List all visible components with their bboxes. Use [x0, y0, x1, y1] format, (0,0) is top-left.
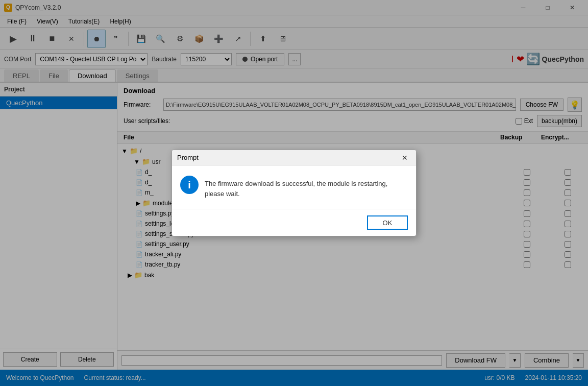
- modal-titlebar: Prompt ✕: [172, 150, 416, 165]
- modal-overlay: Prompt ✕ i The firmware download is succ…: [0, 0, 588, 386]
- modal-footer: OK: [172, 209, 416, 236]
- modal-title: Prompt: [177, 154, 399, 161]
- modal-ok-button[interactable]: OK: [367, 215, 408, 230]
- prompt-modal: Prompt ✕ i The firmware download is succ…: [172, 150, 416, 236]
- modal-message: The firmware download is successful, the…: [205, 176, 408, 199]
- modal-close-button[interactable]: ✕: [399, 152, 411, 164]
- modal-info-icon: i: [180, 176, 199, 194]
- modal-body: i The firmware download is successful, t…: [172, 165, 416, 209]
